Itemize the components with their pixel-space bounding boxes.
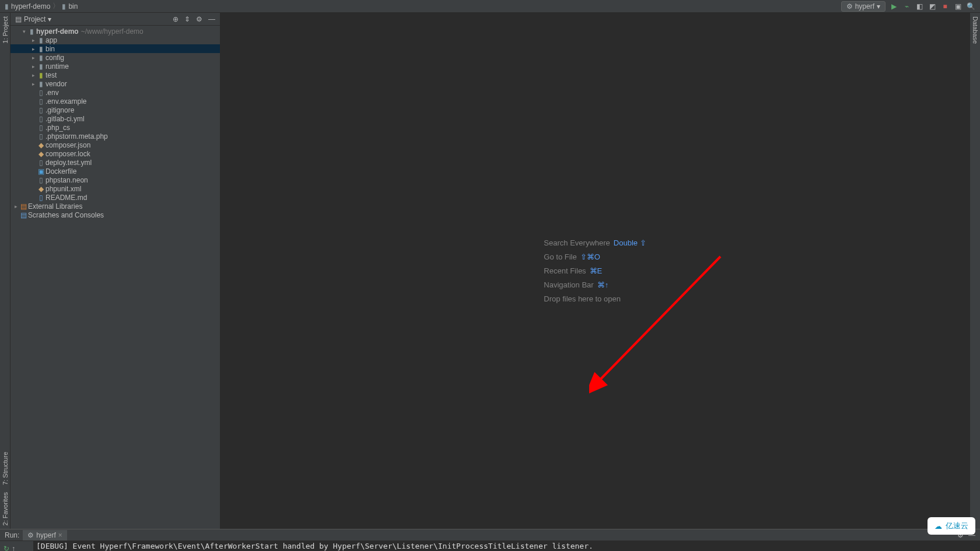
run-panel-header: Run: ⚙ hyperf × ⚙ — [0,529,980,541]
markdown-icon: ▯ [36,194,46,202]
file-icon: ▯ [36,106,46,114]
layout-button[interactable]: ▣ [953,2,963,11]
run-panel: Run: ⚙ hyperf × ⚙ — ↻↑ ■↓ ▤⤶ ⁂⎙ 🗑 [DEBUG… [0,529,980,551]
xml-icon: ◆ [36,185,46,193]
breadcrumb-separator: 〉 [52,1,60,11]
scratch-icon: ▤ [19,211,28,219]
expand-icon[interactable]: ▸ [30,55,36,61]
folder-icon: ▮ [62,2,66,10]
tree-root-label: hyperf-demo [36,27,79,36]
tree-dir-vendor[interactable]: ▸▮vendor [10,79,220,88]
coverage-button[interactable]: ◧ [915,2,924,11]
tree-file[interactable]: ◆composer.json [10,141,220,149]
tree-file[interactable]: ▯README.md [10,193,220,202]
right-gutter: Database [970,13,980,529]
hint-recent-files: Recent Files ⌘E [544,266,646,275]
breadcrumb-child[interactable]: bin [68,2,78,10]
json-icon: ◆ [36,141,46,149]
breadcrumb-root[interactable]: hyperf-demo [11,2,50,10]
expand-icon[interactable]: ▸ [30,64,36,69]
tree-file[interactable]: ▯.phpstorm.meta.php [10,132,220,141]
chevron-down-icon: ▾ [877,2,880,10]
project-tool-button[interactable]: 1: Project [2,13,9,47]
tree-file[interactable]: ▯.gitignore [10,106,220,114]
docker-icon: ▣ [36,167,46,176]
folder-icon: ▮ [36,45,46,53]
structure-tool-button[interactable]: 7: Structure [2,448,9,489]
run-controls: ↻↑ ■↓ ▤⤶ ⁂⎙ 🗑 [0,541,34,551]
folder-icon: ▮ [36,54,46,62]
hammer-icon: ⚙ [846,2,853,10]
tree-dir-test[interactable]: ▸▮test [10,71,220,79]
expand-icon[interactable]: ▸ [30,46,36,52]
run-config-name: hyperf [855,2,874,10]
tree-file[interactable]: ▯.gitlab-ci.yml [10,114,220,123]
run-tab-label: hyperf [36,531,55,539]
locate-icon[interactable]: ⊕ [173,15,178,23]
gear-icon[interactable]: ⚙ [196,15,202,23]
hint-goto-file: Go to File ⇧⌘O [544,252,646,261]
tree-file[interactable]: ◆phpunit.xml [10,184,220,193]
database-tool-button[interactable]: Database [972,13,979,47]
library-icon: ▤ [19,202,28,210]
expand-icon[interactable]: ▸ [30,72,36,78]
console-output[interactable]: [DEBUG] Event Hyperf\Framework\Event\Aft… [34,541,980,551]
folder-icon: ▮ [36,80,46,88]
hint-search-everywhere: Search Everywhere Double ⇧ [544,238,646,247]
tree-root-path: ~/www/hyperf-demo [81,27,144,36]
breadcrumb[interactable]: ▮ hyperf-demo 〉 ▮ bin [5,1,78,11]
watermark: ☁ 亿速云 [928,517,975,535]
run-button[interactable]: ▶ [889,2,898,11]
file-icon: ▯ [36,115,46,123]
tree-file[interactable]: ▯phpstan.neon [10,176,220,184]
json-icon: ◆ [36,150,46,158]
tree-file[interactable]: ▯deploy.test.yml [10,158,220,167]
file-icon: ▯ [36,176,46,184]
close-icon[interactable]: × [58,531,62,539]
hint-nav-bar: Navigation Bar ⌘↑ [544,280,646,289]
rerun-button[interactable]: ↻ [4,545,9,551]
tree-dir-runtime[interactable]: ▸▮runtime [10,62,220,71]
project-panel-title[interactable]: Project [24,15,46,23]
tree-scratches[interactable]: ▤Scratches and Consoles [10,210,220,219]
file-icon: ▯ [36,97,46,106]
stop-button[interactable]: ■ [940,2,950,11]
chevron-down-icon[interactable]: ▾ [48,15,51,23]
tree-dir-app[interactable]: ▸▮app [10,36,220,44]
hint-drop-files: Drop files here to open [544,294,646,303]
tree-file[interactable]: ◆composer.lock [10,149,220,158]
debug-button[interactable]: ⌁ [902,2,911,11]
file-icon: ▯ [36,89,46,97]
tree-dir-bin[interactable]: ▸▮bin [10,44,220,53]
tree-dir-config[interactable]: ▸▮config [10,53,220,62]
file-icon: ▯ [36,132,46,141]
search-button[interactable]: 🔍 [966,2,975,11]
expand-icon[interactable]: ▾ [21,29,27,34]
tree-file[interactable]: ▯.php_cs [10,123,220,132]
profiler-button[interactable]: ◩ [928,2,937,11]
run-config-icon: ⚙ [27,531,34,539]
expand-icon[interactable]: ▸ [13,203,19,209]
tree-external-libs[interactable]: ▸▤External Libraries [10,202,220,210]
tree-file[interactable]: ▯.env.example [10,97,220,106]
run-tab[interactable]: ⚙ hyperf × [23,530,66,541]
cloud-icon: ☁ [935,522,942,531]
expand-icon[interactable]: ▸ [30,81,36,87]
folder-icon: ▮ [36,71,46,79]
file-icon: ▯ [36,159,46,167]
tree-file[interactable]: ▯.env [10,88,220,97]
folder-icon: ▮ [36,36,46,44]
tree-root[interactable]: ▾ ▮ hyperf-demo ~/www/hyperf-demo [10,27,220,36]
run-title: Run: [5,531,19,539]
folder-icon: ▮ [36,62,46,71]
tree-file[interactable]: ▣Dockerfile [10,167,220,176]
expand-icon[interactable]: ▸ [30,37,36,43]
hide-icon[interactable]: — [208,15,215,23]
project-panel-header: ▤ Project ▾ ⊕ ⇕ ⚙ — [10,13,220,26]
editor-empty-state[interactable]: Search Everywhere Double ⇧ Go to File ⇧⌘… [220,13,970,529]
run-config-selector[interactable]: ⚙ hyperf ▾ [841,1,886,12]
project-tree[interactable]: ▾ ▮ hyperf-demo ~/www/hyperf-demo ▸▮app … [10,26,220,529]
collapse-icon[interactable]: ⇕ [184,15,190,23]
up-button[interactable]: ↑ [12,545,15,551]
favorites-tool-button[interactable]: 2: Favorites [2,489,9,529]
